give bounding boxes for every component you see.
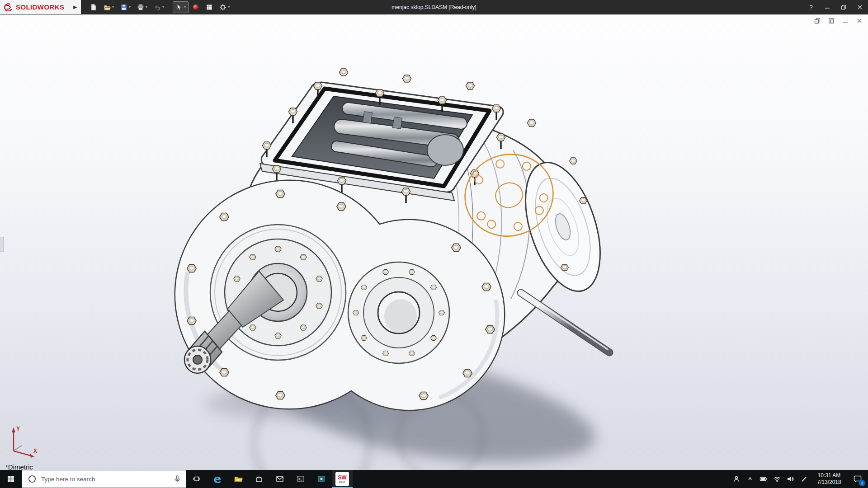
taskbar-search[interactable]: Type here to search [22, 470, 186, 488]
close-icon [857, 5, 863, 10]
taskbar-clock[interactable]: 10:31 AM 7/13/2018 [811, 470, 847, 488]
view-orientation-label: *Dimetric [5, 463, 33, 470]
cascade-icon [814, 18, 821, 24]
feature-panel-handle[interactable] [0, 237, 4, 252]
open-folder-icon [104, 4, 111, 11]
network-indicator[interactable] [770, 470, 784, 488]
print-button[interactable]: ▾ [134, 1, 150, 13]
print-icon [137, 4, 144, 11]
store-icon [255, 475, 263, 483]
appearance-button[interactable] [189, 1, 202, 13]
restore-icon [841, 5, 846, 10]
graphics-viewport[interactable]: *Dimetric Y X [0, 14, 868, 470]
windows-logo-icon [7, 475, 14, 483]
mail-button[interactable] [269, 470, 290, 488]
doc-minimize-button[interactable] [841, 17, 849, 24]
restore-button[interactable] [835, 0, 852, 14]
doc-close-button[interactable] [855, 17, 863, 24]
search-placeholder: Type here to search [41, 476, 169, 483]
output-bearing-boss[interactable] [210, 225, 346, 360]
cortana-icon [28, 474, 37, 483]
battery-indicator[interactable] [757, 470, 770, 488]
appearance-sphere-icon [192, 4, 199, 11]
edge-button[interactable]: e [207, 470, 228, 488]
triad-y-label: Y [16, 426, 20, 432]
doc-cascade-button[interactable] [813, 17, 821, 24]
save-button[interactable]: ▾ [118, 1, 133, 13]
document-window-controls [813, 17, 863, 24]
speaker-icon [787, 475, 795, 483]
sheet-format-icon [206, 4, 213, 11]
microphone-icon[interactable] [173, 475, 181, 483]
notification-badge: 2 [859, 480, 865, 486]
solidworks-app-icon: SW 2017 [335, 472, 349, 486]
people-button[interactable] [730, 470, 743, 488]
logo-text: SOLIDWORKS [16, 3, 64, 11]
select-tool-button[interactable]: ▾ [173, 1, 189, 13]
mail-icon [276, 475, 284, 483]
titlebar: SOLIDWORKS ▶ ▾ [0, 0, 868, 14]
taskbar: Type here to search e [0, 470, 868, 488]
clock-time: 10:31 AM [818, 472, 841, 479]
action-center-button[interactable]: 2 [847, 470, 868, 488]
input-shaft[interactable] [520, 291, 609, 352]
undo-button[interactable]: ▾ [151, 1, 167, 13]
undo-icon [154, 4, 161, 11]
save-icon [120, 4, 127, 11]
hidden-icons-button[interactable]: ^ [743, 470, 757, 488]
minimize-button[interactable] [819, 0, 835, 14]
media-app-button[interactable] [311, 470, 332, 488]
document-title: menjac sklop.SLDASM [Read-only] [392, 0, 476, 14]
start-button[interactable] [0, 470, 22, 488]
console-icon [297, 475, 305, 483]
gearbox-model[interactable] [0, 14, 868, 470]
task-view-icon [193, 475, 201, 483]
minimize-icon [825, 5, 830, 10]
quick-access-toolbar: ▾ ▾ ▾ [87, 1, 232, 13]
new-document-button[interactable] [87, 1, 100, 13]
sheet-format-button[interactable] [203, 1, 216, 13]
doc-restore-button[interactable] [827, 17, 835, 24]
file-explorer-button[interactable] [228, 470, 249, 488]
solidworks-app-button[interactable]: SW 2017 [332, 470, 353, 488]
battery-icon [760, 475, 768, 483]
console-button[interactable] [290, 470, 311, 488]
system-tray: ^ [730, 470, 868, 488]
select-dropdown-caret[interactable]: ▾ [184, 5, 186, 9]
file-explorer-icon [234, 474, 243, 483]
select-arrow-icon [175, 4, 183, 11]
close-button[interactable] [852, 0, 868, 14]
ds-logo-icon [4, 3, 13, 11]
new-document-icon [90, 4, 97, 11]
edge-icon: e [214, 474, 222, 485]
doc-close-icon [857, 18, 862, 23]
solidworks-logo: SOLIDWORKS [0, 0, 69, 14]
window-controls: ? [803, 0, 868, 14]
task-view-button[interactable] [186, 470, 207, 488]
screen: SOLIDWORKS ▶ ▾ [0, 0, 868, 488]
print-dropdown-caret[interactable]: ▾ [146, 5, 147, 9]
volume-indicator[interactable] [784, 470, 797, 488]
people-icon [732, 475, 741, 483]
secondary-bearing-boss[interactable] [348, 262, 449, 363]
wifi-icon [773, 475, 781, 483]
chevron-up-icon: ^ [748, 476, 752, 483]
doc-minimize-icon [843, 18, 848, 23]
triad-x-label: X [33, 448, 37, 454]
pen-settings[interactable] [797, 470, 811, 488]
options-gear-icon [219, 4, 226, 11]
menu-flyout-arrow[interactable]: ▶ [69, 0, 81, 14]
help-button[interactable]: ? [803, 0, 819, 14]
clock-date: 7/13/2018 [817, 479, 841, 486]
options-button[interactable]: ▾ [217, 1, 232, 13]
media-app-icon [317, 475, 326, 483]
doc-restore-icon [828, 18, 835, 24]
undo-dropdown-caret[interactable]: ▾ [162, 5, 164, 9]
store-button[interactable] [249, 470, 269, 488]
save-dropdown-caret[interactable]: ▾ [129, 5, 131, 9]
open-dropdown-caret[interactable]: ▾ [112, 5, 114, 9]
orientation-triad: Y X [6, 423, 41, 460]
toolbar-separator [168, 7, 172, 7]
options-dropdown-caret[interactable]: ▾ [228, 5, 230, 9]
open-button[interactable]: ▾ [101, 1, 117, 13]
